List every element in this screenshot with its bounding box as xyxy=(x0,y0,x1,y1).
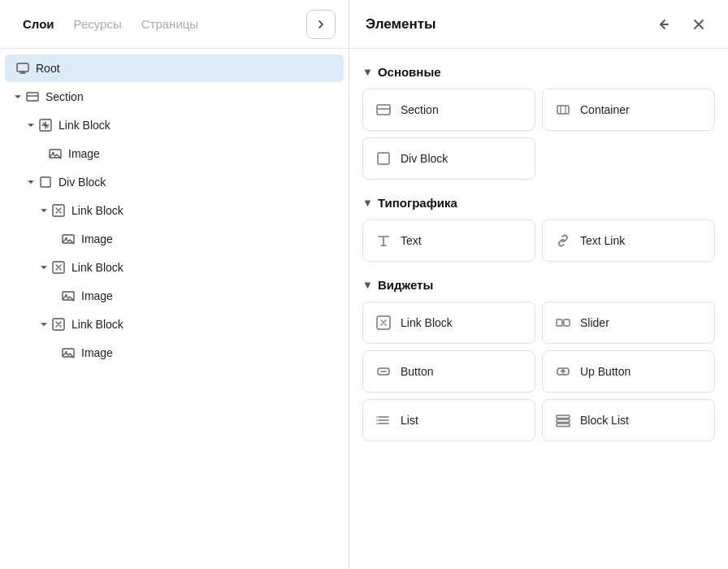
tree-item-root[interactable]: Root xyxy=(5,54,344,82)
link-block-icon xyxy=(50,316,67,332)
tree-item-image1[interactable]: Image xyxy=(5,140,344,167)
tab-pages[interactable]: Страницы xyxy=(132,11,208,37)
svg-rect-15 xyxy=(377,105,390,115)
chevron-down-icon xyxy=(11,90,24,103)
element-text-label: Text xyxy=(401,234,422,247)
chevron-down-icon xyxy=(37,204,50,217)
tree-item-image2[interactable]: Image xyxy=(5,225,344,253)
element-button-label: Button xyxy=(401,365,433,378)
tree-item-linkblock2-label: Link Block xyxy=(72,204,124,217)
element-upbutton[interactable]: Up Button xyxy=(542,350,715,393)
svg-rect-19 xyxy=(557,319,562,326)
chevron-down-icon xyxy=(24,119,37,132)
section-widgets-header: ▼ Виджеты xyxy=(362,278,715,292)
tab-layers[interactable]: Слои xyxy=(13,11,64,37)
right-header: Элементы xyxy=(349,0,728,49)
section-basic-header: ▼ Основные xyxy=(362,65,715,79)
element-linkblock[interactable]: Link Block xyxy=(362,302,535,344)
section-icon xyxy=(24,89,41,105)
section-el-icon xyxy=(375,101,392,119)
back-button[interactable] xyxy=(650,11,676,37)
list-el-icon xyxy=(375,411,392,429)
tree-item-image1-label: Image xyxy=(68,147,100,160)
tree-item-linkblock4[interactable]: Link Block xyxy=(5,311,344,338)
left-panel: Слои Ресурсы Страницы Root Sect xyxy=(0,0,349,569)
tree-item-linkblock3-label: Link Block xyxy=(72,261,124,274)
elements-panel: ▼ Основные Section Container Div Block xyxy=(349,49,728,569)
panel-title: Элементы xyxy=(366,16,650,33)
chevron-down-basic-icon: ▼ xyxy=(362,66,373,78)
section-basic-label: Основные xyxy=(378,65,441,79)
tree-item-linkblock4-label: Link Block xyxy=(72,318,124,331)
element-linkblock-label: Link Block xyxy=(401,316,453,329)
container-el-icon xyxy=(554,101,572,119)
right-panel: Элементы ▼ Основные xyxy=(349,0,728,569)
expand-button[interactable] xyxy=(306,10,336,39)
element-text[interactable]: Text xyxy=(362,219,535,262)
tab-resources[interactable]: Ресурсы xyxy=(64,11,132,37)
tree-item-linkblock2[interactable]: Link Block xyxy=(5,197,344,224)
svg-rect-0 xyxy=(17,63,28,72)
chevron-down-widgets-icon: ▼ xyxy=(362,279,373,291)
left-header: Слои Ресурсы Страницы xyxy=(0,0,349,49)
div-block-icon xyxy=(37,174,54,190)
tree-item-linkblock1[interactable]: Link Block xyxy=(5,111,344,139)
element-slider-label: Slider xyxy=(580,316,609,329)
widgets-elements-grid: Link Block Slider Button Up Button xyxy=(362,302,715,441)
arrow-left-icon xyxy=(656,17,670,32)
element-list-label: List xyxy=(401,414,418,427)
element-button[interactable]: Button xyxy=(362,350,535,393)
element-container[interactable]: Container xyxy=(542,89,715,131)
svg-rect-16 xyxy=(557,106,569,114)
svg-rect-1 xyxy=(27,93,38,101)
tree-item-image4-label: Image xyxy=(81,346,113,359)
tree-item-root-label: Root xyxy=(36,62,60,75)
header-icons xyxy=(650,11,712,37)
link-block-icon xyxy=(50,202,67,219)
element-blocklist[interactable]: Block List xyxy=(542,399,715,441)
image-icon xyxy=(60,345,76,361)
tree-item-image4[interactable]: Image xyxy=(5,339,344,367)
blocklist-el-icon xyxy=(554,411,572,429)
basic-elements-grid: Section Container Div Block xyxy=(362,89,715,180)
element-upbutton-label: Up Button xyxy=(580,365,630,378)
element-blocklist-label: Block List xyxy=(580,414,629,427)
tree-view: Root Section Link Block xyxy=(0,49,349,569)
element-slider[interactable]: Slider xyxy=(542,302,715,344)
linkblock-el-icon xyxy=(375,314,392,332)
tree-item-linkblock3[interactable]: Link Block xyxy=(5,254,344,281)
svg-rect-20 xyxy=(564,319,570,326)
tree-item-linkblock1-label: Link Block xyxy=(58,119,110,132)
section-typography-header: ▼ Типографика xyxy=(362,196,715,210)
close-button[interactable] xyxy=(686,11,712,37)
tree-item-image2-label: Image xyxy=(81,232,113,245)
element-divblock-label: Div Block xyxy=(401,152,448,165)
monitor-icon xyxy=(15,60,31,76)
svg-rect-27 xyxy=(557,419,570,423)
element-section[interactable]: Section xyxy=(362,89,535,131)
chevron-down-icon xyxy=(37,318,50,331)
element-container-label: Container xyxy=(580,103,630,116)
chevron-down-icon xyxy=(24,176,37,189)
close-icon xyxy=(691,17,706,32)
link-block-icon xyxy=(37,117,54,133)
chevron-down-icon xyxy=(37,261,50,274)
upbutton-el-icon xyxy=(554,363,572,380)
svg-point-25 xyxy=(376,423,378,424)
tree-item-divblock[interactable]: Div Block xyxy=(5,168,344,196)
svg-rect-5 xyxy=(41,177,50,187)
button-el-icon xyxy=(375,363,392,380)
tree-item-divblock-label: Div Block xyxy=(58,176,106,189)
tree-item-image3-label: Image xyxy=(81,289,113,302)
divblock-el-icon xyxy=(375,150,392,167)
element-list[interactable]: List xyxy=(362,399,535,441)
section-typography-label: Типографика xyxy=(378,196,457,210)
slider-el-icon xyxy=(554,314,572,332)
tree-item-image3[interactable]: Image xyxy=(5,282,344,310)
image-icon xyxy=(47,146,63,162)
text-el-icon xyxy=(375,232,392,250)
tree-item-section[interactable]: Section xyxy=(5,83,344,111)
typography-elements-grid: Text Text Link xyxy=(362,219,715,262)
element-textlink[interactable]: Text Link xyxy=(542,219,715,262)
element-divblock[interactable]: Div Block xyxy=(362,137,535,180)
